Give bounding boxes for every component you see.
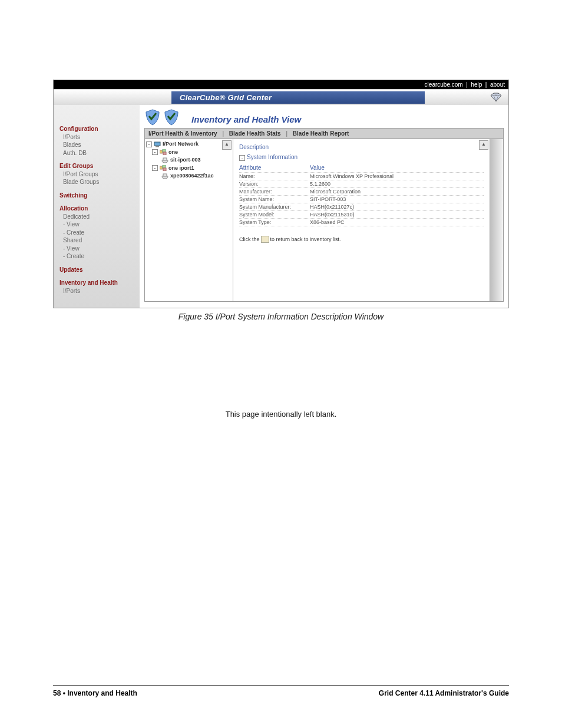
logo-icon [490,93,503,102]
footer-doc-title: Grid Center 4.11 Administrator's Guide [379,689,509,697]
nav-item-shared[interactable]: Shared [59,236,136,245]
nav-item-iportgroups[interactable]: I/Port Groups [59,170,136,179]
svg-rect-9 [163,165,166,168]
page-number: 58 [53,689,61,697]
svg-rect-8 [160,166,163,169]
footer-section: Inventory and Health [67,689,137,697]
svg-rect-2 [156,146,159,147]
nav-item-iports[interactable]: I/Ports [59,133,136,141]
svg-rect-4 [163,149,166,152]
nav-item-shared-view[interactable]: - View [59,245,136,253]
val-cell: 5.1.2600 [310,181,484,187]
svg-marker-0 [491,93,501,101]
attr-cell: Name: [239,173,310,179]
group-icon [160,149,167,155]
val-cell: Microsoft Corporation [310,189,484,195]
svg-rect-5 [163,152,166,155]
nav-head-switching[interactable]: Switching [59,192,136,200]
nav-item-dedicated[interactable]: Dedicated [59,213,136,221]
scroll-up-button[interactable]: ▲ [479,140,488,150]
tree-label: one iport1 [168,164,194,173]
attr-cell: Manufacturer: [239,189,310,195]
tree-label: one [168,149,178,157]
device-icon [161,173,168,179]
tab-blade-stats[interactable]: Blade Health Stats [229,130,281,137]
group-icon [160,165,167,171]
svg-rect-7 [163,158,167,160]
instruction-text: Click the to return back to inventory li… [239,236,484,243]
tab-separator: | [219,130,227,137]
detail-title: Description [239,144,484,151]
val-cell: SIT-IPORT-003 [310,196,484,202]
nav-item-dedicated-create[interactable]: - Create [59,229,136,237]
tree-node-one[interactable]: - one [146,149,232,157]
device-icon [161,157,168,163]
nav-head-editgroups[interactable]: Edit Groups [59,162,136,170]
tree-root[interactable]: - I/Port Network [146,140,232,149]
link-clearcube[interactable]: clearcube.com [425,81,463,88]
nav-item-blades[interactable]: Blades [59,141,136,149]
tree-label: xpe00806422f1ac [170,172,214,180]
expander-icon[interactable]: - [152,149,158,155]
val-cell: Microsoft Windows XP Professional [310,173,484,179]
svg-rect-3 [160,150,163,153]
view-title: Inventory and Health View [191,114,504,124]
figure-caption: Figure 35 I/Port System Information Desc… [53,312,509,321]
page-footer: 58 • Inventory and Health Grid Center 4.… [53,685,509,697]
svg-rect-12 [163,174,167,176]
expander-icon[interactable]: - [146,141,152,147]
tab-blade-report[interactable]: Blade Health Report [293,130,349,137]
return-icon[interactable] [261,236,269,243]
nav-head-inventory[interactable]: Inventory and Health [59,279,136,287]
svg-rect-1 [154,142,160,146]
attr-cell: System Model: [239,212,310,218]
collapse-icon[interactable]: - [239,155,245,161]
tree-node-xpe[interactable]: xpe00806422f1ac [146,172,232,180]
detail-panel: ▲ Description -System Information Attrib… [233,139,490,301]
tab-iport-health[interactable]: I/Port Health & Inventory [148,130,217,137]
tree-node-one-iport1[interactable]: - one iport1 [146,164,232,173]
nav-head-configuration[interactable]: Configuration [59,125,136,133]
network-icon [154,141,161,147]
brand-title: ClearCube® Grid Center [171,91,425,104]
tabstrip: I/Port Health & Inventory | Blade Health… [144,128,504,139]
attr-cell: System Manufacturer: [239,204,310,210]
topbar: clearcube.com | help | about [54,80,508,90]
detail-subtitle[interactable]: -System Information [239,151,484,163]
tree-node-sit-iport[interactable]: sit-iport-003 [146,156,232,164]
expander-icon[interactable]: - [152,165,158,171]
link-about[interactable]: about [490,81,505,88]
main-panel: Inventory and Health View I/Port Health … [140,105,508,308]
blank-page-text: This page intentionally left blank. [53,410,509,419]
footer-sep: • [61,689,67,697]
tree-label: sit-iport-003 [170,156,201,164]
tab-separator: | [282,130,291,137]
col-attribute: Attribute [239,164,310,171]
tree-label: I/Port Network [163,140,199,149]
app-frame: clearcube.com | help | about ClearCube® … [53,80,509,308]
link-help[interactable]: help [471,81,482,88]
val-cell: HASH(0x211027c) [310,204,484,210]
val-cell: HASH(0x2115310) [310,212,484,218]
val-cell: X86-based PC [310,219,484,225]
scroll-up-button[interactable]: ▲ [222,140,232,150]
shield-check-icon [144,108,161,126]
nav-item-authdb[interactable]: Auth. DB [59,149,136,157]
col-value: Value [310,164,484,171]
panels: ▲ - I/Port Network - one [144,139,504,302]
svg-rect-10 [163,168,166,171]
shield-check-icon [163,108,180,126]
attr-cell: Version: [239,181,310,187]
attr-cell: System Type: [239,219,310,225]
sidebar: Configuration I/Ports Blades Auth. DB Ed… [54,105,140,308]
nav-head-updates[interactable]: Updates [59,266,136,274]
nav-item-shared-create[interactable]: - Create [59,252,136,261]
nav-item-dedicated-view[interactable]: - View [59,220,136,229]
nav-head-allocation[interactable]: Allocation [59,205,136,213]
right-scrollbar-region[interactable] [490,139,503,301]
nav-item-inv-iports[interactable]: I/Ports [59,287,136,295]
attr-cell: System Name: [239,196,310,202]
nav-item-bladegroups[interactable]: Blade Groups [59,178,136,186]
tree-panel: ▲ - I/Port Network - one [145,139,233,301]
brandbar: ClearCube® Grid Center [54,90,508,105]
